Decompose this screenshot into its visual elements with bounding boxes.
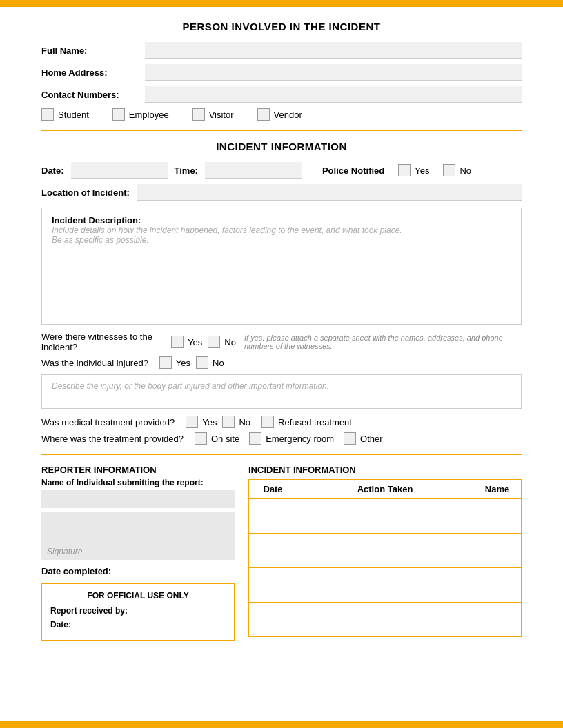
row3-name (473, 568, 522, 603)
other-label: Other (360, 434, 383, 444)
injured-no-checkbox[interactable] (196, 356, 208, 369)
description-box: Incident Description: Include details on… (41, 208, 522, 325)
medical-no-checkbox[interactable] (222, 416, 235, 428)
injured-yes-label: Yes (176, 358, 190, 368)
col-date: Date (249, 480, 297, 499)
injury-placeholder: Describe the injury, or the body part in… (52, 381, 329, 391)
row4-action (297, 603, 473, 637)
location-input[interactable] (137, 184, 522, 201)
description-placeholder: Include details on how the incident happ… (52, 225, 511, 245)
student-checkbox[interactable] (41, 108, 54, 121)
signature-placeholder: Signature (47, 547, 82, 556)
student-label: Student (58, 110, 89, 120)
contact-numbers-input[interactable] (145, 86, 522, 103)
row2-name (473, 534, 522, 568)
top-bar (0, 0, 563, 7)
row4-date (249, 603, 297, 637)
on-site-label: On site (211, 434, 239, 444)
visitor-checkbox-group: Visitor (192, 108, 234, 121)
injured-label: Was the individual injured? (41, 358, 148, 368)
vendor-checkbox-group: Vendor (257, 108, 302, 121)
police-yes-label: Yes (415, 165, 429, 176)
divider-2 (41, 454, 522, 455)
person-section-title: PERSON INVOLVED IN THE INCIDENT (41, 21, 522, 32)
medical-treatment-label: Was medical treatment provided? (41, 417, 175, 427)
row2-date (249, 534, 297, 568)
divider-1 (41, 130, 522, 131)
official-use-box: FOR OFFICIAL USE ONLY Report received by… (41, 583, 235, 641)
row1-date (249, 499, 297, 534)
visitor-checkbox[interactable] (192, 108, 205, 121)
description-label: Incident Description: (52, 215, 141, 225)
witness-note: If yes, please attach a separate sheet w… (244, 334, 522, 350)
row1-action (297, 499, 473, 534)
employee-checkbox-group: Employee (112, 108, 169, 121)
row3-action (297, 568, 473, 603)
on-site-checkbox[interactable] (195, 432, 207, 445)
time-input[interactable] (205, 162, 302, 179)
vendor-label: Vendor (274, 110, 302, 120)
full-name-label: Full Name: (41, 46, 145, 56)
table-row (249, 603, 522, 637)
refused-treatment-checkbox[interactable] (261, 416, 274, 428)
police-no-checkbox[interactable] (443, 164, 455, 176)
date-completed-label: Date completed: (41, 566, 111, 576)
injured-no-label: No (213, 358, 224, 368)
home-address-input[interactable] (145, 64, 522, 81)
col-action-taken: Action Taken (297, 480, 473, 499)
treatment-location-label: Where was the treatment provided? (41, 434, 184, 444)
medical-yes-checkbox[interactable] (186, 416, 198, 428)
witness-yes-label: Yes (188, 337, 202, 347)
date-input[interactable] (71, 162, 168, 179)
witness-label: Were there witnesses to the incident? (41, 332, 160, 352)
official-date-label: Date: (50, 620, 71, 629)
official-title: FOR OFFICIAL USE ONLY (50, 591, 226, 600)
official-date-row: Date: (50, 620, 226, 629)
col-name: Name (473, 480, 522, 499)
action-table: Date Action Taken Name (248, 479, 522, 637)
table-row (249, 499, 522, 534)
vendor-checkbox[interactable] (257, 108, 270, 121)
witness-no-label: No (224, 337, 236, 347)
table-row (249, 568, 522, 603)
row3-date (249, 568, 297, 603)
report-received-label: Report received by: (50, 606, 128, 616)
witness-yes-checkbox[interactable] (171, 336, 184, 348)
contact-numbers-label: Contact Numbers: (41, 90, 145, 100)
date-label: Date: (41, 165, 64, 176)
medical-no-label: No (239, 417, 250, 427)
refused-treatment-label: Refused treatment (278, 417, 352, 427)
report-received-row: Report received by: (50, 606, 226, 616)
row2-action (297, 534, 473, 568)
emergency-room-checkbox[interactable] (249, 432, 261, 445)
employee-checkbox[interactable] (112, 108, 125, 121)
time-label: Time: (175, 165, 198, 176)
reporter-section-title: REPORTER INFORMATION (41, 465, 235, 475)
emergency-room-label: Emergency room (266, 434, 334, 444)
incident-action-title: INCIDENT INFORMATION (248, 465, 522, 475)
signature-box: Signature (41, 512, 235, 560)
witness-no-checkbox[interactable] (208, 336, 220, 348)
injured-yes-checkbox[interactable] (159, 356, 172, 369)
reporter-name-label: Name of Individual submitting the report… (41, 478, 235, 487)
table-row (249, 534, 522, 568)
row1-name (473, 499, 522, 534)
incident-section-title: INCIDENT INFORMATION (41, 141, 522, 152)
full-name-input[interactable] (145, 42, 522, 59)
bottom-bar (0, 721, 563, 728)
employee-label: Employee (129, 110, 169, 120)
visitor-label: Visitor (209, 110, 234, 120)
police-yes-checkbox[interactable] (398, 164, 411, 176)
other-checkbox[interactable] (344, 432, 356, 445)
location-label: Location of Incident: (41, 188, 130, 198)
home-address-label: Home Address: (41, 68, 145, 78)
reporter-name-input[interactable] (41, 490, 235, 508)
row4-name (473, 603, 522, 637)
police-notified-label: Police Notified (322, 165, 384, 176)
student-checkbox-group: Student (41, 108, 89, 121)
medical-yes-label: Yes (202, 417, 217, 427)
injury-box: Describe the injury, or the body part in… (41, 374, 522, 409)
police-no-label: No (460, 165, 471, 176)
